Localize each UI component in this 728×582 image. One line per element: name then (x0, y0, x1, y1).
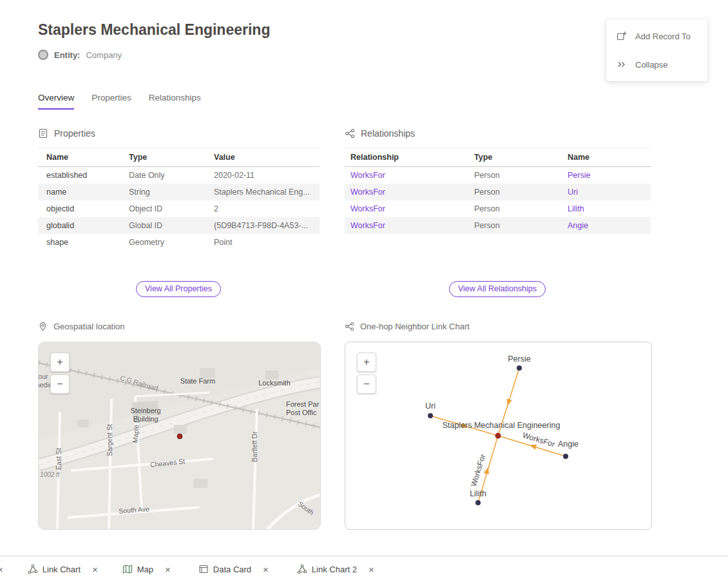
node-uri[interactable] (428, 413, 433, 418)
link-chart-view[interactable]: WorksFor WorksFor Persie Uri Angie Lilit… (345, 342, 652, 530)
property-type: Date Only (129, 167, 214, 184)
property-value: 2020-02-11 (214, 167, 320, 184)
table-row: established Date Only 2020-02-11 (38, 167, 320, 184)
workspace-tab-bar: × Link Chart × Map × Data Card × (0, 556, 728, 582)
related-entity-link[interactable]: Persie (568, 171, 590, 180)
table-row: name String Staplers Mechanical Eng... (38, 184, 320, 200)
property-name: objectid (38, 200, 129, 217)
property-name: name (38, 184, 129, 200)
map-label-poi: State Farm (180, 377, 215, 385)
link-chart-icon (28, 564, 38, 574)
geospatial-heading-label: Geospatial location (53, 322, 125, 331)
table-row: objectid Object ID 2 (38, 200, 320, 217)
workspace-tab-data-card[interactable]: Data Card × (198, 564, 269, 575)
link-chart-heading: One-hop Neighbor Link Chart (345, 322, 470, 331)
property-value: {5D9B4713-F98D-4A53-... (214, 217, 320, 234)
column-header: Relationship (345, 148, 474, 167)
entity-row: Entity: Company (38, 50, 122, 60)
property-name: globalid (38, 217, 129, 234)
node-persie[interactable] (517, 365, 522, 371)
workspace-tab-link-chart-2[interactable]: Link Chart 2 × (297, 564, 374, 575)
data-card-tabs: Overview Properties Relationships (38, 93, 201, 110)
zoom-in-button[interactable]: + (50, 353, 70, 372)
column-header: Name (38, 148, 129, 167)
map-zoom-controls: + − (50, 353, 70, 394)
entity-label: Entity: (54, 50, 80, 60)
property-type: Geometry (129, 234, 214, 251)
relationship-link[interactable]: WorksFor (350, 221, 385, 230)
node-label-angie: Angie (558, 440, 579, 449)
relationship-type: Person (474, 200, 568, 217)
table-row: WorksFor Person Lilith (345, 200, 651, 217)
map-pin-icon (38, 322, 48, 331)
close-tab-icon[interactable]: × (369, 564, 374, 575)
close-tab-icon[interactable]: × (263, 564, 269, 575)
relationships-icon (345, 128, 355, 139)
table-row: WorksFor Person Angie (345, 217, 651, 234)
map-label-poi: Steinberg Building (123, 407, 168, 423)
edge-arrow (529, 443, 537, 450)
zoom-in-button[interactable]: + (357, 353, 376, 372)
related-entity-link[interactable]: Lilith (568, 204, 584, 213)
relationship-type: Person (474, 184, 568, 200)
menu-item-collapse[interactable]: Collapse (606, 50, 707, 79)
edge-arrow (505, 398, 512, 407)
view-all-relationships-button[interactable]: View All Relationships (449, 281, 546, 297)
property-value: Point (214, 234, 320, 251)
close-tab-icon[interactable]: × (0, 564, 3, 575)
map-view[interactable]: rbour opaedics C G Railroad State Farm L… (38, 342, 321, 530)
map-label-street: East St (55, 448, 62, 470)
node-label-uri: Uri (425, 402, 436, 411)
related-entity-link[interactable]: Uri (568, 188, 578, 197)
edge-label-worksfor: WorksFor (521, 431, 556, 449)
map-label-poi: Locksmith (258, 379, 291, 387)
zoom-out-button[interactable]: − (50, 374, 70, 394)
properties-heading: Properties (38, 128, 95, 139)
column-header: Value (214, 148, 320, 167)
relationship-type: Person (474, 167, 568, 184)
workspace-tab-label: Link Chart 2 (312, 565, 357, 574)
workspace-tab-map[interactable]: Map × (122, 564, 171, 575)
properties-heading-label: Properties (54, 128, 95, 139)
relationship-link[interactable]: WorksFor (350, 171, 385, 180)
relationships-heading: Relationships (345, 128, 415, 139)
workspace-tab-label: Map (137, 565, 153, 574)
property-type: String (129, 184, 214, 200)
workspace-tab-label: Link Chart (43, 565, 81, 574)
context-menu: Add Record To Collapse (606, 19, 707, 81)
link-chart-icon (297, 564, 307, 574)
edge-arrow (484, 467, 491, 474)
tab-properties[interactable]: Properties (91, 93, 131, 110)
node-center[interactable] (495, 433, 501, 439)
collapse-icon (617, 59, 627, 70)
map-label-street: Bartlett Dr (251, 431, 258, 461)
node-label-persie: Persie (508, 354, 530, 364)
relationship-link[interactable]: WorksFor (350, 188, 385, 197)
workspace-tab-link-chart[interactable]: Link Chart × (28, 564, 98, 575)
link-chart-heading-label: One-hop Neighbor Link Chart (360, 322, 470, 331)
view-all-properties-button[interactable]: View All Properties (136, 281, 221, 297)
link-chart-icon (345, 322, 354, 331)
property-name: shape (38, 234, 129, 251)
relationship-type: Person (474, 217, 568, 234)
related-entity-link[interactable]: Angie (568, 221, 588, 230)
node-label-lilith: Lilith (470, 489, 486, 498)
zoom-out-button[interactable]: − (357, 374, 376, 394)
menu-item-add-record-to[interactable]: Add Record To (606, 22, 707, 50)
close-tab-icon[interactable]: × (92, 564, 98, 575)
relationship-link[interactable]: WorksFor (350, 204, 385, 213)
menu-item-label: Add Record To (635, 32, 691, 41)
properties-table: Name Type Value established Date Only 20… (38, 148, 320, 251)
close-tab-icon[interactable]: × (165, 564, 171, 575)
property-type: Object ID (129, 200, 214, 217)
map-label-scale: 1002 ft (40, 471, 60, 478)
tab-relationships[interactable]: Relationships (149, 93, 201, 110)
table-row: globalid Global ID {5D9B4713-F98D-4A53-.… (38, 217, 320, 234)
add-record-icon (617, 31, 627, 41)
column-header: Type (129, 148, 214, 167)
properties-icon (38, 128, 48, 139)
node-angie[interactable] (563, 454, 568, 459)
node-lilith[interactable] (475, 500, 481, 505)
tab-overview[interactable]: Overview (38, 93, 74, 110)
table-row: shape Geometry Point (38, 234, 320, 251)
